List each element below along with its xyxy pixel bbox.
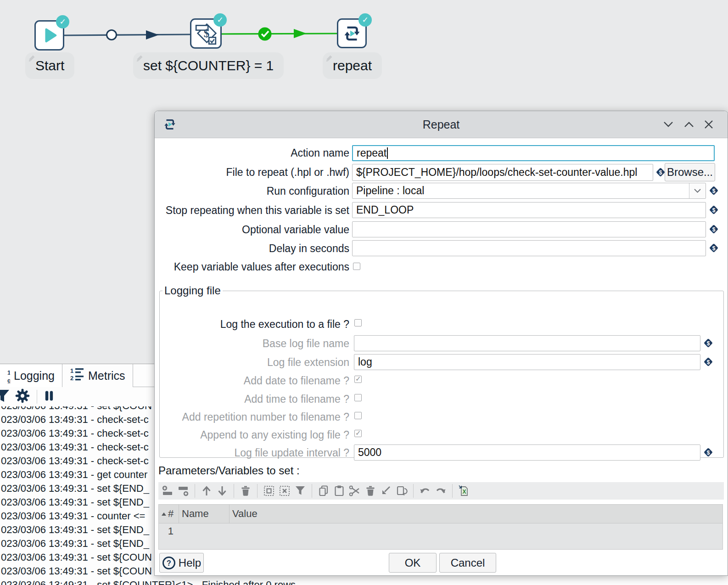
set-variables-icon: $ — [195, 21, 218, 46]
base-log-name-label: Base log file name — [160, 338, 349, 350]
gear-icon[interactable] — [15, 388, 30, 405]
clear-selection-icon[interactable] — [278, 484, 291, 497]
run-configuration-select[interactable]: Pipeline : local — [352, 183, 706, 199]
cut-icon[interactable] — [348, 484, 361, 497]
hop-window: ✓ $ ✓ ✓ S — [0, 0, 728, 585]
svg-text:1: 1 — [7, 369, 10, 376]
tab-metrics[interactable]: 1 2 Metrics — [62, 364, 133, 387]
browse-button[interactable]: Browse... — [665, 163, 715, 181]
move-down-icon[interactable] — [216, 484, 229, 497]
text-caret — [387, 147, 388, 159]
append-log-checkbox[interactable] — [354, 430, 362, 437]
dialog-title: Repeat — [155, 111, 728, 138]
log-to-file-label: Log the execution to a file ? — [160, 318, 349, 331]
keep-selected-icon[interactable] — [380, 484, 392, 497]
paste-icon[interactable] — [333, 484, 346, 497]
insert-row-after-icon[interactable] — [177, 484, 190, 497]
duplicate-icon[interactable] — [395, 484, 408, 497]
stop-variable-input[interactable]: END_LOOP — [352, 202, 706, 218]
column-header-name[interactable]: Name — [179, 505, 230, 523]
table-row[interactable]: 1 — [159, 523, 722, 539]
maximize-icon[interactable] — [684, 120, 694, 129]
svg-text:$: $ — [712, 226, 716, 233]
toolbar-separator — [452, 484, 453, 498]
filter-icon[interactable] — [294, 484, 307, 497]
node-start[interactable]: ✓ — [34, 20, 64, 51]
ok-button[interactable]: OK — [389, 553, 437, 573]
select-all-icon[interactable] — [263, 484, 275, 497]
pause-icon[interactable] — [44, 389, 55, 404]
repeat-icon — [342, 24, 362, 43]
node-label-set-counter[interactable]: set ${COUNTER} = 1 — [133, 52, 284, 79]
svg-text:$: $ — [659, 169, 662, 176]
copy-icon[interactable] — [317, 484, 330, 497]
column-header-num[interactable]: # — [159, 505, 179, 523]
logging-file-group: Logging file Log the execution to a file… — [159, 284, 724, 458]
delete-rows-icon[interactable] — [239, 484, 252, 497]
redo-icon[interactable] — [434, 484, 447, 497]
variable-icon[interactable]: $ — [708, 242, 719, 253]
cancel-button[interactable]: Cancel — [439, 553, 496, 573]
update-interval-input[interactable]: 5000 — [354, 444, 700, 461]
action-name-input[interactable]: repeat — [352, 145, 715, 161]
log-to-file-checkbox[interactable] — [354, 319, 362, 326]
add-date-checkbox[interactable] — [354, 376, 362, 383]
variable-icon[interactable]: $ — [703, 338, 714, 349]
svg-text:$: $ — [712, 245, 716, 252]
move-up-icon[interactable] — [200, 484, 213, 497]
add-time-checkbox[interactable] — [354, 394, 362, 401]
log-extension-input[interactable]: log — [354, 354, 700, 370]
chevron-down-icon[interactable] — [689, 183, 706, 198]
excel-export-icon[interactable]: X — [458, 484, 470, 497]
file-to-repeat-label: File to repeat (.hpl or .hwf) — [155, 166, 349, 179]
append-log-label: Append to any existing log file ? — [160, 429, 349, 441]
log-extension-label: Log file extension — [160, 356, 349, 369]
action-name-label: Action name — [155, 147, 349, 159]
svg-text:2: 2 — [70, 375, 73, 381]
node-label-text: set ${COUNTER} = 1 — [143, 58, 274, 73]
edit-pencil-icon — [27, 53, 37, 63]
keep-values-checkbox[interactable] — [353, 263, 360, 270]
parameters-table: # Name Value 1 — [158, 504, 723, 550]
add-repetition-checkbox[interactable] — [354, 412, 362, 419]
variable-icon[interactable]: $ — [703, 447, 714, 458]
optional-value-input[interactable] — [352, 221, 706, 237]
delete-selected-icon[interactable] — [364, 484, 377, 497]
svg-text:1: 1 — [70, 367, 73, 374]
parameters-table-header: # Name Value — [158, 504, 723, 523]
log-line: 023/03/06 13:49:31 - set ${COUNTER}<1> -… — [1, 578, 728, 585]
close-icon[interactable] — [704, 120, 714, 129]
toolbar-separator — [312, 484, 312, 498]
run-configuration-label: Run configuration — [155, 185, 349, 197]
svg-text:$: $ — [707, 359, 710, 366]
svg-text:$: $ — [707, 340, 710, 347]
dialog-titlebar: Repeat — [155, 111, 728, 138]
add-time-label: Add time to filename ? — [160, 393, 349, 405]
variable-icon[interactable]: $ — [703, 356, 714, 367]
node-label-text: repeat — [333, 58, 372, 73]
repeat-icon — [163, 118, 177, 131]
minimize-icon[interactable] — [663, 120, 673, 129]
svg-text:$: $ — [712, 188, 716, 194]
toolbar-separator — [195, 484, 195, 498]
help-button[interactable]: ? Help — [159, 553, 204, 573]
node-set-counter[interactable]: $ ✓ — [190, 18, 222, 49]
base-log-name-input[interactable] — [354, 335, 700, 351]
variable-icon[interactable]: $ — [708, 224, 719, 235]
filter-icon[interactable] — [0, 389, 10, 405]
optional-value-label: Optional variable value — [155, 224, 349, 236]
node-repeat[interactable]: ✓ — [337, 18, 367, 48]
column-header-value[interactable]: Value — [230, 505, 722, 523]
file-to-repeat-input[interactable]: ${PROJECT_HOME}/hop/loops/check-set-coun… — [352, 164, 653, 181]
variable-icon[interactable]: $ — [708, 185, 719, 196]
node-label-repeat[interactable]: repeat — [323, 52, 382, 79]
toolbar-separator — [37, 390, 37, 404]
undo-icon[interactable] — [419, 484, 431, 497]
stop-variable-label: Stop repeating when this variable is set — [155, 204, 349, 217]
insert-row-before-icon[interactable] — [161, 484, 174, 497]
tab-logging[interactable]: 1 g Logging — [0, 364, 62, 388]
logging-icon: 1 g — [3, 369, 10, 383]
delay-input[interactable] — [352, 240, 706, 256]
variable-icon[interactable]: $ — [708, 204, 719, 215]
node-label-start[interactable]: Start — [25, 52, 74, 79]
